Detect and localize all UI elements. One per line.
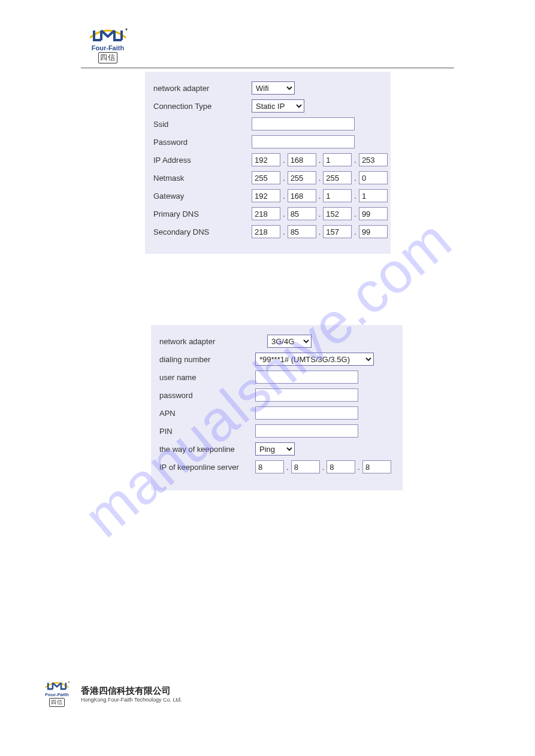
label-ssid: Ssid — [145, 120, 252, 129]
gateway-octet-1[interactable] — [252, 189, 280, 202]
dot: . — [283, 210, 285, 218]
netmask-octet-3[interactable] — [323, 171, 352, 184]
label-dialing-number: dialing number — [151, 355, 255, 364]
cellular-config-panel: network adapter 3G/4G dialing number *99… — [151, 325, 403, 490]
label-primary-dns: Primary DNS — [145, 210, 252, 218]
label-keeponline-way: the way of keeponline — [151, 445, 255, 454]
label-pin: PIN — [151, 427, 255, 436]
label-network-adapter-2: network adapter — [151, 337, 255, 346]
ip-octet-2[interactable] — [288, 153, 316, 166]
secondary-dns-octet-2[interactable] — [288, 225, 316, 238]
keeponline-ip-octet-3[interactable] — [327, 460, 355, 473]
four-faith-logo-icon — [43, 681, 71, 691]
keeponline-ip-octet-4[interactable] — [362, 460, 391, 473]
ip-octet-1[interactable] — [252, 153, 280, 166]
footer-brand-sub: 四信 — [49, 698, 65, 707]
netmask-octet-1[interactable] — [252, 171, 280, 184]
password-input[interactable] — [252, 135, 355, 148]
dot: . — [319, 192, 321, 201]
dot: . — [286, 463, 289, 472]
footer-company-en: HongKong Four-Faith Technology Co. Ltd. — [81, 697, 182, 703]
keeponline-way-select[interactable]: Ping — [255, 442, 295, 456]
primary-dns-octet-2[interactable] — [288, 207, 316, 220]
dot: . — [354, 192, 356, 201]
primary-dns-octet-4[interactable] — [359, 207, 388, 220]
gateway-octet-3[interactable] — [323, 189, 352, 202]
dot: . — [354, 227, 356, 236]
dot: . — [354, 156, 356, 165]
secondary-dns-octet-1[interactable] — [252, 225, 280, 238]
ssid-input[interactable] — [252, 117, 355, 130]
label-keeponline-ip: IP of keeponline server — [151, 463, 255, 472]
label-user-name: user name — [151, 373, 255, 382]
netmask-octet-4[interactable] — [359, 171, 388, 184]
footer-brand-name: Four-Faith — [45, 692, 69, 697]
label-connection-type: Connection Type — [145, 102, 252, 111]
gateway-octet-2[interactable] — [288, 189, 316, 202]
wifi-config-panel: network adapter Wifi Connection Type Sta… — [145, 72, 391, 254]
brand-name: Four-Faith — [92, 44, 124, 51]
label-netmask: Netmask — [145, 174, 252, 183]
dot: . — [283, 192, 285, 201]
four-faith-logo-icon — [87, 27, 129, 44]
connection-type-select[interactable]: Static IP — [252, 99, 304, 113]
label-ip-address: IP Address — [145, 156, 252, 165]
dot: . — [283, 174, 285, 183]
dot: . — [322, 463, 325, 472]
label-password-2: password — [151, 391, 255, 400]
dot: . — [283, 156, 285, 165]
label-secondary-dns: Secondary DNS — [145, 227, 252, 236]
user-name-input[interactable] — [255, 371, 358, 384]
header-rule — [81, 68, 454, 68]
label-password: Password — [145, 138, 252, 147]
label-gateway: Gateway — [145, 192, 252, 201]
network-adapter-select[interactable]: Wifi — [252, 81, 295, 95]
page-footer: Four-Faith 四信 香港四信科技有限公司 HongKong Four-F… — [39, 681, 182, 707]
brand-sub: 四信 — [98, 52, 117, 63]
netmask-octet-2[interactable] — [288, 171, 316, 184]
keeponline-ip-octet-2[interactable] — [291, 460, 320, 473]
network-adapter-select-2[interactable]: 3G/4G — [267, 335, 312, 348]
ip-octet-4[interactable] — [359, 153, 388, 166]
dot: . — [319, 210, 321, 218]
keeponline-ip-octet-1[interactable] — [255, 460, 284, 473]
page: manualshive.com Four-Faith 四信 network ad… — [0, 0, 535, 756]
dot: . — [319, 227, 321, 236]
password-input-2[interactable] — [255, 388, 358, 402]
dot: . — [354, 174, 356, 183]
primary-dns-octet-3[interactable] — [323, 207, 352, 220]
dot: . — [319, 156, 321, 165]
apn-input[interactable] — [255, 406, 358, 420]
primary-dns-octet-1[interactable] — [252, 207, 280, 220]
label-network-adapter: network adapter — [145, 84, 252, 93]
secondary-dns-octet-3[interactable] — [323, 225, 352, 238]
dialing-number-select[interactable]: *99***1# (UMTS/3G/3.5G) — [255, 353, 374, 366]
page-header: Four-Faith 四信 — [81, 27, 454, 63]
secondary-dns-octet-4[interactable] — [359, 225, 388, 238]
ip-octet-3[interactable] — [323, 153, 352, 166]
dot: . — [354, 210, 356, 218]
svg-point-0 — [126, 29, 128, 31]
footer-company-cn: 香港四信科技有限公司 — [81, 685, 182, 697]
dot: . — [319, 174, 321, 183]
svg-point-1 — [68, 682, 69, 683]
pin-input[interactable] — [255, 424, 358, 438]
label-apn: APN — [151, 409, 255, 418]
footer-text: 香港四信科技有限公司 HongKong Four-Faith Technolog… — [81, 685, 182, 703]
dot: . — [358, 463, 360, 472]
brand-logo: Four-Faith 四信 — [81, 27, 135, 63]
dot: . — [283, 227, 285, 236]
gateway-octet-4[interactable] — [359, 189, 388, 202]
footer-logo: Four-Faith 四信 — [39, 681, 75, 707]
